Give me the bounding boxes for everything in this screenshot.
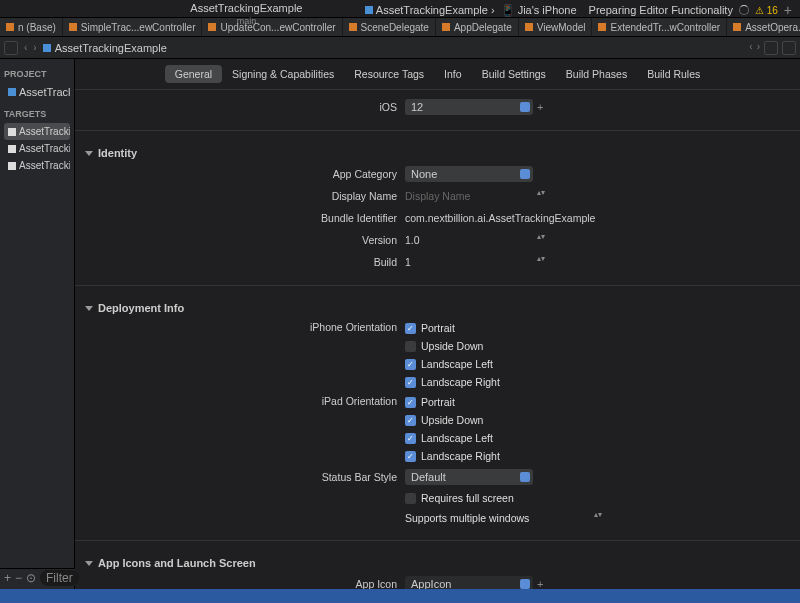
add-button[interactable]: + [4,571,11,585]
settings-tab[interactable]: Signing & Capabilities [222,65,344,83]
statusbar-select[interactable]: Default [405,469,533,485]
iphone-orient-label: iPhone Orientation [85,321,405,333]
file-icon [525,23,533,31]
status-bar [0,589,800,603]
editor-tab[interactable]: SimpleTrac...ewController [63,18,203,36]
editor-tabs: n (Base)SimpleTrac...ewControllerUpdateC… [0,17,800,37]
filter-icon[interactable]: ⊙ [26,571,36,585]
orientation-checkbox[interactable]: ✓ [405,451,416,462]
settings-tab[interactable]: Resource Tags [344,65,434,83]
layout-button[interactable] [764,41,778,55]
build-label: Build [85,256,405,268]
ios-version-select[interactable]: 12 [405,99,533,115]
device-label[interactable]: 📱 Jia's iPhone [501,4,577,17]
history-back[interactable]: ‹ [749,41,752,55]
history-fwd[interactable]: › [757,41,760,55]
orientation-label: Landscape Left [421,432,493,444]
settings-tab[interactable]: Build Phases [556,65,637,83]
sidebar-toggle[interactable] [4,41,18,55]
stepper-icon[interactable]: ▴▾ [594,512,602,524]
orientation-label: Upside Down [421,414,483,426]
orientation-checkbox[interactable]: ✓ [405,323,416,334]
editor-tab[interactable]: n (Base) [0,18,63,36]
project-title: AssetTrackingExample [190,2,302,14]
back-button[interactable]: ‹ [24,42,27,53]
build-input[interactable]: 1 [405,254,533,270]
editor-tab[interactable]: AppDelegate [436,18,519,36]
inspector-toggle[interactable] [782,41,796,55]
app-icon [8,145,16,153]
app-category-select[interactable]: None [405,166,533,182]
targets-section-label: TARGETS [4,109,70,119]
add-button[interactable]: + [784,2,792,18]
ios-label: iOS [85,101,405,113]
statusbar-label: Status Bar Style [85,471,405,483]
display-name-input[interactable]: Display Name [405,188,533,204]
target-item[interactable]: AssetTrackingEx... [4,157,70,174]
file-icon [598,23,606,31]
orientation-label: Landscape Right [421,376,500,388]
disclosure-icon[interactable] [85,306,93,311]
fullscreen-checkbox[interactable] [405,493,416,504]
forward-button[interactable]: › [33,42,36,53]
orientation-label: Landscape Left [421,358,493,370]
target-item[interactable]: AssetTrackingEx... [4,123,70,140]
bundle-id-input[interactable]: com.nextbillion.ai.AssetTrackingExample [405,210,605,226]
settings-tabs: GeneralSigning & CapabilitiesResource Ta… [75,59,800,90]
editor-tab[interactable]: AssetOpera...wController [727,18,800,36]
editor-tab[interactable]: SceneDelegate [343,18,436,36]
app-icon [8,128,16,136]
orientation-checkbox[interactable]: ✓ [405,377,416,388]
version-label: Version [85,234,405,246]
settings-tab[interactable]: Build Rules [637,65,710,83]
project-icon [43,44,51,52]
app-icon [8,162,16,170]
identity-header: Identity [98,147,137,159]
disclosure-icon[interactable] [85,151,93,156]
editor-tab[interactable]: UpdateCon...ewController [202,18,342,36]
orientation-checkbox[interactable]: ✓ [405,433,416,444]
deployment-header: Deployment Info [98,302,184,314]
orientation-label: Landscape Right [421,450,500,462]
spinner-icon [739,5,749,15]
file-icon [208,23,216,31]
disclosure-icon[interactable] [85,561,93,566]
stepper-icon[interactable]: ▴▾ [537,190,545,202]
multiwindow-label: Supports multiple windows [405,512,529,524]
settings-tab[interactable]: Build Settings [472,65,556,83]
stepper-icon[interactable]: ▴▾ [537,256,545,268]
settings-tab[interactable]: Info [434,65,472,83]
bundle-id-label: Bundle Identifier [85,212,405,224]
editor-tab[interactable]: ExtendedTr...wController [592,18,727,36]
warning-badge[interactable]: ⚠ 16 [755,5,778,16]
orientation-checkbox[interactable] [405,341,416,352]
remove-button[interactable]: − [15,571,22,585]
display-name-label: Display Name [85,190,405,202]
project-item[interactable]: AssetTrackingExa... [4,83,70,101]
project-icon [365,6,373,14]
orientation-label: Upside Down [421,340,483,352]
add-icon[interactable]: + [537,101,543,113]
target-item[interactable]: AssetTrackingEx... [4,140,70,157]
orientation-label: Portrait [421,396,455,408]
breadcrumb-proj[interactable]: AssetTrackingExample › [365,4,495,16]
file-icon [349,23,357,31]
app-category-label: App Category [85,168,405,180]
fullscreen-label: Requires full screen [421,492,514,504]
orientation-checkbox[interactable]: ✓ [405,415,416,426]
navigator-sidebar: PROJECT AssetTrackingExa... TARGETS Asse… [0,59,75,603]
settings-tab[interactable]: General [165,65,222,83]
orientation-checkbox[interactable]: ✓ [405,397,416,408]
file-icon [6,23,14,31]
project-icon [8,88,16,96]
file-icon [69,23,77,31]
stepper-icon[interactable]: ▴▾ [537,234,545,246]
breadcrumb[interactable]: AssetTrackingExample [43,42,167,54]
project-section-label: PROJECT [4,69,70,79]
version-input[interactable]: 1.0 [405,232,533,248]
icons-header: App Icons and Launch Screen [98,557,256,569]
ipad-orient-label: iPad Orientation [85,395,405,407]
editor-tab[interactable]: ViewModel [519,18,593,36]
filter-input[interactable]: Filter [40,570,79,586]
orientation-checkbox[interactable]: ✓ [405,359,416,370]
